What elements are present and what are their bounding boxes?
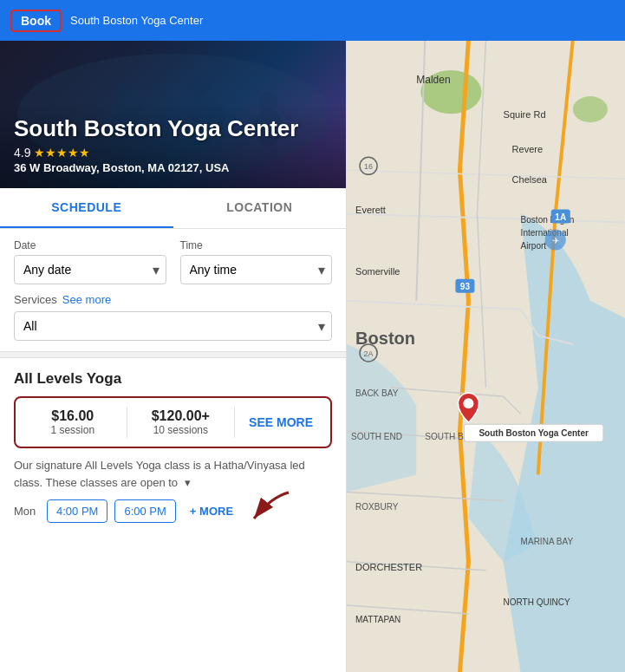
- date-select-wrapper: Any date ▾: [14, 255, 166, 284]
- left-panel: South Boston Yoga Center 4.9 ★★★★★ 36 W …: [0, 41, 347, 672]
- time-button-1[interactable]: 4:00 PM: [47, 499, 107, 523]
- svg-text:BACK BAY: BACK BAY: [355, 388, 399, 398]
- svg-text:93: 93: [460, 282, 471, 291]
- price-single-session: $16.00 1 session: [26, 408, 120, 436]
- expand-description-icon[interactable]: ▾: [185, 474, 191, 492]
- map-svg: Malden Squire Rd Revere Chelsea Boston L…: [347, 41, 625, 672]
- svg-text:Squire Rd: Squire Rd: [504, 109, 546, 120]
- services-row: Services See more: [14, 293, 332, 306]
- svg-text:2A: 2A: [364, 349, 374, 358]
- svg-text:SOUTH END: SOUTH END: [351, 432, 402, 441]
- stars: ★★★★★: [34, 146, 90, 160]
- day-label: Mon: [14, 505, 40, 518]
- hero-overlay: South Boston Yoga Center 4.9 ★★★★★ 36 W …: [0, 101, 346, 188]
- price2-desc: 10 sessions: [134, 424, 228, 436]
- svg-point-3: [188, 78, 209, 99]
- svg-text:Chelsea: Chelsea: [512, 174, 548, 185]
- pricing-box: $16.00 1 session $120.00+ 10 sessions SE…: [14, 396, 332, 448]
- price1-amount: $16.00: [26, 408, 120, 424]
- header: Book South Boston Yoga Center: [0, 0, 625, 41]
- svg-text:MARINA BAY: MARINA BAY: [521, 537, 574, 546]
- hero-title: South Boston Yoga Center: [14, 115, 332, 142]
- class-description: Our signature All Levels Yoga class is a…: [14, 457, 332, 491]
- svg-text:Airport: Airport: [521, 241, 547, 251]
- schedule-row-monday: Mon 4:00 PM 6:00 PM + MORE: [14, 499, 332, 523]
- time-button-2[interactable]: 6:00 PM: [114, 499, 175, 523]
- price-multi-session: $120.00+ 10 sessions: [134, 408, 228, 436]
- see-more-services-link[interactable]: See more: [62, 293, 111, 306]
- svg-text:NORTH QUINCY: NORTH QUINCY: [504, 597, 570, 607]
- rating-value: 4.9: [14, 146, 30, 160]
- pricing-annotation-wrapper: $16.00 1 session $120.00+ 10 sessions SE…: [14, 396, 332, 448]
- svg-text:Somerville: Somerville: [355, 266, 400, 277]
- header-subtitle: South Boston Yoga Center: [70, 14, 203, 27]
- time-select[interactable]: Any time: [180, 255, 333, 284]
- class-desc-text: Our signature All Levels Yoga class is a…: [14, 459, 305, 489]
- schedule-annotation-wrapper: Mon 4:00 PM 6:00 PM + MORE: [14, 499, 332, 523]
- book-button[interactable]: Book: [10, 10, 62, 32]
- tabs: SCHEDULE LOCATION: [0, 188, 346, 229]
- time-label: Time: [180, 239, 333, 251]
- service-select[interactable]: All: [14, 311, 332, 341]
- svg-text:DORCHESTER: DORCHESTER: [355, 562, 422, 572]
- svg-text:16: 16: [364, 162, 373, 171]
- tab-location[interactable]: LOCATION: [173, 188, 347, 228]
- hero-address: 36 W Broadway, Boston, MA 02127, USA: [14, 161, 332, 174]
- svg-text:South Boston Yoga Center: South Boston Yoga Center: [479, 428, 589, 438]
- map-container[interactable]: Malden Squire Rd Revere Chelsea Boston L…: [347, 41, 625, 672]
- svg-text:Revere: Revere: [512, 144, 544, 154]
- service-select-wrapper: All ▾: [14, 311, 332, 341]
- time-select-wrapper: Any time ▾: [180, 255, 333, 284]
- price1-desc: 1 session: [26, 424, 120, 436]
- price-divider-2: [234, 407, 235, 438]
- date-time-row: Date Any date ▾ Time Any time ▾: [14, 239, 332, 284]
- svg-text:ROXBURY: ROXBURY: [355, 502, 399, 512]
- services-label: Services: [14, 293, 57, 306]
- date-select[interactable]: Any date: [14, 255, 166, 284]
- svg-point-10: [573, 96, 608, 122]
- more-times-button[interactable]: + MORE: [183, 500, 240, 522]
- filters: Date Any date ▾ Time Any time ▾: [0, 229, 346, 351]
- class-title: All Levels Yoga: [14, 370, 332, 388]
- date-label: Date: [14, 239, 166, 251]
- date-filter-group: Date Any date ▾: [14, 239, 166, 284]
- divider: [0, 351, 346, 358]
- time-filter-group: Time Any time ▾: [180, 239, 333, 284]
- tab-schedule[interactable]: SCHEDULE: [0, 188, 173, 228]
- svg-text:✈: ✈: [552, 236, 559, 245]
- svg-text:Everett: Everett: [355, 205, 386, 215]
- svg-text:MATTAPAN: MATTAPAN: [355, 615, 400, 624]
- map-panel[interactable]: Malden Squire Rd Revere Chelsea Boston L…: [347, 41, 625, 672]
- price2-amount: $120.00+: [134, 408, 228, 424]
- svg-text:1A: 1A: [555, 212, 566, 222]
- pricing-see-more-button[interactable]: SEE MORE: [242, 415, 320, 429]
- price-divider: [127, 407, 127, 438]
- svg-text:Malden: Malden: [416, 74, 450, 86]
- main-content: South Boston Yoga Center 4.9 ★★★★★ 36 W …: [0, 41, 625, 672]
- hero-image: South Boston Yoga Center 4.9 ★★★★★ 36 W …: [0, 41, 346, 188]
- svg-point-39: [463, 398, 473, 408]
- hero-rating: 4.9 ★★★★★: [14, 146, 332, 160]
- class-section: All Levels Yoga $16.00 1 session $120.00…: [0, 358, 346, 535]
